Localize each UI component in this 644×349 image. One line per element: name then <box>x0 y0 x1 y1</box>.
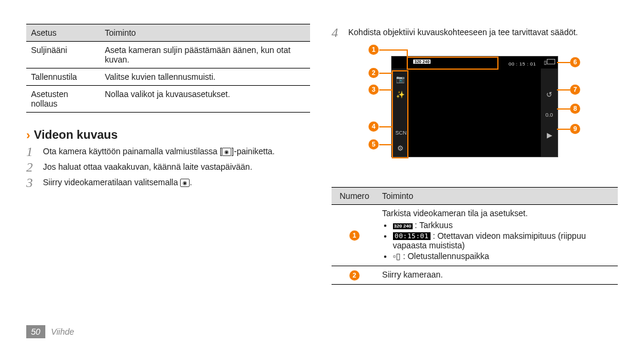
section-heading: ›Videon kuvaus <box>26 128 310 142</box>
step-3: 3 Siirry videokameratilaan valitsemalla … <box>26 176 310 189</box>
page-footer: 50 Viihde <box>26 325 74 338</box>
callouts-header-numero: Numero <box>332 188 377 205</box>
table-row: Valitse kuvien tallennusmuisti. <box>100 68 310 86</box>
callout-ref-2: 2 <box>349 270 360 281</box>
camera-icon: ◉ <box>180 179 190 187</box>
storage-small-icon: ▫▯ <box>393 251 401 261</box>
table-row: Nollaa valikot ja kuvausasetukset. <box>100 86 310 113</box>
callout-7: 7 <box>570 85 580 95</box>
table-row: Aseta kameran suljin päästämään äänen, k… <box>100 42 310 68</box>
callout-5: 5 <box>369 139 379 149</box>
video-screen-diagram: 320 240 00 : 15 : 01 ▯ 📷 ✨ SCN ⚙ ↺ 0.0 ▶ <box>332 44 618 181</box>
ev-icon: 0.0 <box>544 110 554 120</box>
camera-icon: ◉ <box>222 148 231 156</box>
settings-header-asetus: Asetus <box>26 24 100 42</box>
callout-3: 3 <box>369 85 379 95</box>
callout-ref-1: 1 <box>349 230 360 241</box>
time-icon: 00:15:01 <box>393 232 431 240</box>
callouts-header-toiminto: Toiminto <box>377 188 618 205</box>
highlight-topbar <box>407 57 499 70</box>
reset-icon: ↺ <box>544 90 554 99</box>
step-2: 2 Jos haluat ottaa vaakakuvan, käännä la… <box>26 161 310 174</box>
table-row: Asetusten nollaus <box>26 86 100 113</box>
settings-table: Asetus Toiminto Suljinääni Aseta kameran… <box>26 24 310 113</box>
table-row: Tallennustila <box>26 68 100 86</box>
settings-header-toiminto: Toiminto <box>100 24 310 42</box>
callout-6: 6 <box>570 57 580 67</box>
page-number: 50 <box>26 325 45 338</box>
table-row: Suljinääni <box>26 42 100 68</box>
step-4: 4 Kohdista objektiivi kuvauskohteeseen j… <box>332 26 618 39</box>
battery-icon <box>547 59 555 64</box>
callout-9: 9 <box>570 124 580 134</box>
callout-2: 2 <box>369 68 379 78</box>
highlight-leftstrip <box>392 70 408 158</box>
screen-preview: 320 240 00 : 15 : 01 ▯ 📷 ✨ SCN ⚙ ↺ 0.0 ▶ <box>391 56 558 157</box>
callout-8: 8 <box>570 104 580 114</box>
callout-row-2: Siirry kameraan. <box>377 266 618 285</box>
callout-1: 1 <box>369 45 379 55</box>
callout-4: 4 <box>369 121 379 132</box>
step-1: 1 Ota kamera käyttöön painamalla valmius… <box>26 145 310 158</box>
play-icon: ▶ <box>544 130 554 140</box>
chevron-icon: › <box>26 128 30 141</box>
resolution-icon: 320 240 <box>393 223 413 229</box>
time-indicator: 00 : 15 : 01 <box>509 61 536 67</box>
callouts-table: Numero Toiminto 1 Tarkista videokameran … <box>332 187 618 285</box>
callout-row-1: Tarkista videokameran tila ja asetukset.… <box>377 205 618 266</box>
section-name: Viihde <box>51 327 75 336</box>
